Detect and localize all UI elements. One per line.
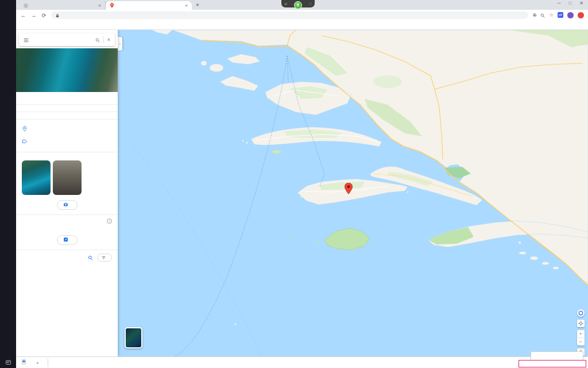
reload-button[interactable]: ⟳ xyxy=(41,12,47,18)
bookmark-star-icon[interactable]: ☆ xyxy=(549,12,554,18)
search-reviews-icon[interactable] xyxy=(86,254,94,262)
image-file-icon xyxy=(22,359,26,366)
compass-button[interactable] xyxy=(577,309,585,317)
extension-icon[interactable]: LP xyxy=(558,12,563,18)
add-photo-button[interactable] xyxy=(57,200,78,210)
new-tab-button[interactable]: + xyxy=(193,2,202,8)
clear-search-icon[interactable]: × xyxy=(107,37,110,43)
map-graphics xyxy=(118,30,588,356)
pin-icon xyxy=(22,126,28,133)
map-controls: + − xyxy=(577,309,585,356)
search-tabs-icon[interactable] xyxy=(540,10,545,20)
zoom-page-icon[interactable]: ⊕ xyxy=(532,12,536,18)
reviews-section xyxy=(16,250,118,270)
collapse-panel-button[interactable]: ‹ xyxy=(118,37,122,51)
microphone-button[interactable] xyxy=(294,1,302,9)
address-bar[interactable] xyxy=(51,12,528,19)
menu-icon[interactable] xyxy=(24,34,29,45)
maximize-button[interactable]: □ xyxy=(568,1,571,6)
detail-country[interactable] xyxy=(22,123,112,136)
browser-toolbar: ← → ⟳ ⊕ ☆ LP xyxy=(16,10,588,20)
tab-google-maps[interactable]: × xyxy=(106,1,192,10)
cut-popup xyxy=(531,351,583,360)
pencil-icon xyxy=(63,237,68,243)
minimize-button[interactable]: ─ xyxy=(558,1,561,6)
close-button[interactable]: ✕ xyxy=(579,1,583,6)
globe-icon xyxy=(24,3,28,8)
chrome-window: × × + ─ □ ✕ ← → ⟳ ⊕ ☆ LP xyxy=(16,0,588,368)
sort-button[interactable] xyxy=(97,254,112,262)
back-button[interactable]: ← xyxy=(20,12,26,18)
tag-icon xyxy=(22,139,28,145)
map-canvas[interactable]: ‹ + − xyxy=(118,30,588,356)
zoom-in-button[interactable]: + xyxy=(577,330,585,338)
place-header xyxy=(16,92,118,104)
map-pin[interactable] xyxy=(345,183,353,194)
photo-thumb-all[interactable] xyxy=(22,160,51,195)
dictation-widget[interactable]: ⚙ ◻ xyxy=(281,0,315,7)
profile-avatar[interactable] xyxy=(567,12,574,18)
maps-pin-icon xyxy=(110,3,114,8)
settings-icon[interactable]: ⚙ xyxy=(284,2,287,6)
padlock-icon[interactable] xyxy=(56,10,59,20)
widget-close-icon[interactable]: ◻ xyxy=(309,2,312,6)
download-shelf: ∧ xyxy=(16,356,588,368)
detail-add-label[interactable] xyxy=(22,136,112,148)
review-summary-section: ? xyxy=(16,214,118,250)
place-panel: × xyxy=(16,30,118,356)
my-location-button[interactable] xyxy=(577,320,585,327)
help-icon[interactable]: ? xyxy=(107,218,112,224)
place-description xyxy=(16,112,118,119)
download-item[interactable]: ∧ xyxy=(22,359,38,366)
windows-taskbar xyxy=(0,0,16,368)
write-review-button[interactable] xyxy=(57,235,78,245)
tab-close-icon[interactable]: × xyxy=(98,3,101,8)
taskbar-tray xyxy=(6,357,11,368)
speech-toast xyxy=(519,360,586,367)
hero-photo[interactable] xyxy=(16,48,118,92)
forward-button[interactable]: → xyxy=(30,12,37,18)
satellite-toggle[interactable] xyxy=(125,327,142,348)
photos-section xyxy=(16,152,118,214)
place-details xyxy=(16,119,118,152)
record-extension-icon[interactable] xyxy=(578,12,584,18)
search-icon[interactable] xyxy=(95,34,100,45)
zoom-out-button[interactable]: − xyxy=(577,338,585,346)
bookmarks-bar xyxy=(16,20,588,30)
action-buttons xyxy=(16,104,118,112)
window-controls: ─ □ ✕ xyxy=(558,1,583,6)
search-card: × xyxy=(19,33,115,46)
action-center-icon[interactable] xyxy=(6,359,11,366)
camera-icon xyxy=(63,202,68,208)
download-caret-icon[interactable]: ∧ xyxy=(36,361,38,365)
tab-close-icon[interactable]: × xyxy=(185,3,188,8)
photo-thumb-360[interactable] xyxy=(53,160,82,195)
maps-content: ‹ + − xyxy=(16,30,588,356)
tab-trapdoor-document[interactable]: × xyxy=(20,1,106,10)
